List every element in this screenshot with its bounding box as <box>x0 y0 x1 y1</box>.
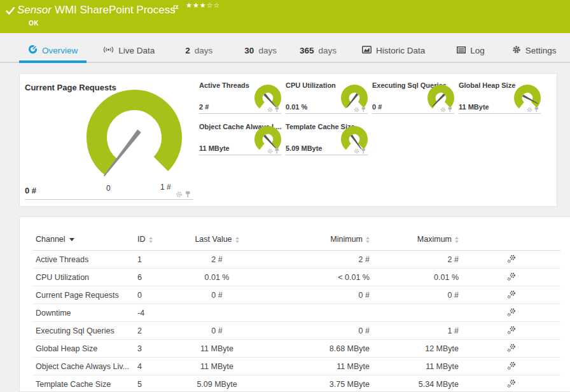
tab-historic-data-label: Historic Data <box>376 46 425 55</box>
channel-last-value: 0 # <box>166 286 268 304</box>
tab-30-days-number: 30 <box>244 46 254 55</box>
channel-minimum: 2 # <box>268 251 373 269</box>
column-label: Last Value <box>195 235 232 244</box>
tab-overview[interactable]: Overview <box>19 39 87 62</box>
star-icon[interactable]: ★ <box>193 1 200 10</box>
gauge-settings-gear-icon[interactable] <box>267 148 273 154</box>
column-label: ID <box>137 235 146 244</box>
channel-last-value: 5.09 MByte <box>166 375 268 392</box>
tab-settings-label: Settings <box>525 46 557 55</box>
column-header-channel[interactable]: Channel <box>32 228 134 251</box>
channel-settings-icon[interactable] <box>507 290 515 298</box>
channel-last-value: 0.01 % <box>166 269 268 286</box>
gauge-settings-gear-icon[interactable] <box>354 107 359 113</box>
channel-minimum: < 0.01 % <box>268 269 373 286</box>
channel-settings-icon[interactable] <box>507 379 515 388</box>
table-row[interactable]: Current Page Requests 0 0 # 0 # 0 # <box>32 286 560 304</box>
pin-icon[interactable] <box>534 107 539 113</box>
table-row[interactable]: Executing Sql Queries 2 0 # 0 # 1 # <box>32 322 560 340</box>
gauge-settings-gear-icon[interactable] <box>267 107 273 113</box>
channel-id: 0 <box>134 286 166 304</box>
channel-last-value: 11 MByte <box>166 340 268 358</box>
tab-365-days-label: days <box>318 46 337 55</box>
broadcast-icon <box>103 46 114 55</box>
gauges-panel: Current Page Requests 0 1 # 0 # Active T… <box>19 73 557 207</box>
column-header-last-value[interactable]: Last Value <box>166 228 268 251</box>
table-row[interactable]: Object Cache Always Liv... 4 11 MByte 11… <box>32 358 560 375</box>
tab-historic-data[interactable]: Historic Data <box>353 39 434 62</box>
channel-maximum: 1 # <box>373 322 462 340</box>
table-row[interactable]: Template Cache Size 5 5.09 MByte 3.75 MB… <box>32 375 560 392</box>
channel-name: Downtime <box>32 304 134 322</box>
channel-last-value <box>166 304 268 322</box>
main-gauge-value: 0 # <box>25 186 36 195</box>
sensor-status-header: SensorWMI SharePoint Process ★★★☆☆ OK <box>0 0 570 33</box>
tab-log[interactable]: Log <box>448 39 494 62</box>
channel-maximum: 2 # <box>373 251 462 269</box>
tab-365-days[interactable]: 365days <box>291 39 345 62</box>
column-header-id[interactable]: ID <box>134 228 166 251</box>
log-icon <box>457 46 466 55</box>
column-header-maximum[interactable]: Maximum <box>373 228 462 251</box>
channel-settings-icon[interactable] <box>507 308 515 316</box>
channel-name: Executing Sql Queries <box>32 322 134 340</box>
channel-settings-icon[interactable] <box>507 361 515 370</box>
gauge-value: 5.09 MByte <box>286 144 322 152</box>
channel-settings-icon[interactable] <box>507 255 515 263</box>
table-row[interactable]: Active Threads 1 2 # 2 # 2 # <box>32 251 560 269</box>
tab-live-data[interactable]: Live Data <box>94 39 163 62</box>
channel-maximum: 12 MByte <box>373 340 462 358</box>
tab-settings[interactable]: Settings <box>503 39 566 62</box>
gauge-cell-cpu-utilization: CPU Utilization 0.01 % <box>286 80 368 114</box>
channel-id: 1 <box>134 251 166 269</box>
channel-minimum: 8.68 MByte <box>268 340 373 358</box>
small-gauges-grid: Active Threads 2 # CPU Utilization 0.01 … <box>199 80 545 155</box>
tab-2-days[interactable]: 2days <box>176 39 221 62</box>
table-row[interactable]: Downtime -4 <box>32 304 560 322</box>
channel-name: CPU Utilization <box>32 269 134 286</box>
pin-icon[interactable] <box>361 148 366 154</box>
channel-maximum: 0.01 % <box>373 269 462 286</box>
channel-settings-icon[interactable] <box>507 272 515 281</box>
gauge-settings-gear-icon[interactable] <box>440 107 446 113</box>
channel-maximum: 0 # <box>373 286 462 304</box>
star-icon[interactable]: ☆ <box>214 1 221 10</box>
channel-name: Object Cache Always Liv... <box>32 358 134 375</box>
tab-2-days-label: days <box>195 46 213 55</box>
gauge-cell-active-threads: Active Threads 2 # <box>199 80 281 114</box>
channel-id: 5 <box>134 375 166 392</box>
cell-divider <box>25 199 193 200</box>
star-icon[interactable]: ☆ <box>207 1 214 10</box>
channel-last-value: 2 # <box>166 251 268 269</box>
pin-icon[interactable] <box>184 191 191 198</box>
priority-flag-icon[interactable] <box>173 4 180 15</box>
pin-icon[interactable] <box>361 107 366 113</box>
channel-maximum: 11 MByte <box>373 358 462 375</box>
channel-id: 2 <box>134 322 166 340</box>
channel-settings-icon[interactable] <box>507 344 515 352</box>
channel-settings-icon[interactable] <box>507 326 515 334</box>
tab-30-days-label: days <box>258 46 277 55</box>
sort-desc-icon <box>69 238 74 241</box>
gauge-settings-gear-icon[interactable] <box>354 148 359 154</box>
channel-last-value: 0 # <box>166 322 268 340</box>
gauge-settings-gear-icon[interactable] <box>176 191 183 198</box>
star-icon[interactable]: ★ <box>186 1 193 10</box>
pin-icon[interactable] <box>274 107 280 113</box>
gauge-value: 0 # <box>372 103 382 111</box>
pin-icon[interactable] <box>274 148 280 154</box>
star-icon[interactable]: ★ <box>200 1 207 10</box>
gauge-value: 0.01 % <box>286 103 307 111</box>
sort-icon <box>366 237 370 243</box>
gear-icon <box>512 45 521 56</box>
gauge-cell-template-cache-size: Template Cache Size 5.09 MByte <box>286 122 368 155</box>
tab-365-days-number: 365 <box>300 46 314 55</box>
gauge-settings-gear-icon[interactable] <box>527 107 532 113</box>
column-header-minimum[interactable]: Minimum <box>268 228 373 251</box>
tab-30-days[interactable]: 30days <box>235 39 286 62</box>
table-row[interactable]: CPU Utilization 6 0.01 % < 0.01 % 0.01 % <box>32 269 560 286</box>
pin-icon[interactable] <box>447 107 453 113</box>
channel-minimum: 11 MByte <box>268 358 373 375</box>
table-row[interactable]: Global Heap Size 3 11 MByte 8.68 MByte 1… <box>32 340 560 358</box>
table-header-row: Channel ID Last Value Minimum Maximum <box>32 228 560 251</box>
